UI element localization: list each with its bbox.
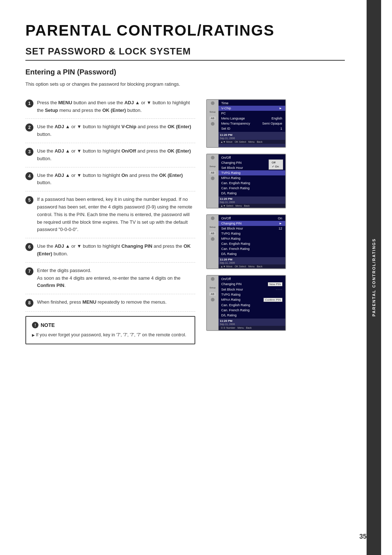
tv-menu3-tvpg: TVPG Rating bbox=[219, 231, 285, 236]
tv-menu3-onoff: On/OffOn bbox=[219, 216, 285, 221]
page-title: PARENTAL CONTROL/RATINGS bbox=[25, 22, 345, 39]
tv-screen-1: Setup AB Time V-Chip► bbox=[206, 99, 286, 148]
tv-menu4-pin: Changing PIN New PIN bbox=[219, 281, 285, 287]
tv-menu4-onoff: On/Off bbox=[219, 276, 285, 281]
tv-menu2-caen: Can. English Rating bbox=[219, 181, 285, 186]
tv-ch-btn-2 bbox=[211, 177, 215, 180]
tv-left-strip-4: Setup AB bbox=[207, 276, 219, 330]
tv-menu4-mpaa: MPAA Rating Confirm PIN bbox=[219, 297, 285, 303]
step-3: 3 Use the ADJ ▲ or ▼ button to highlight… bbox=[25, 147, 195, 167]
tv-menu4-dl: D/L Rating bbox=[219, 313, 285, 318]
tv-left-strip-1: Setup AB bbox=[207, 100, 219, 147]
tv-menu-1: Time V-Chip► PC Menu LanguageEnglish bbox=[219, 100, 285, 132]
tv-screens-column: Setup AB Time V-Chip► bbox=[206, 99, 345, 344]
note-icon: ! bbox=[32, 322, 38, 328]
intro-text: This option sets up or changes the passw… bbox=[25, 81, 345, 88]
tv-power-btn-4 bbox=[211, 277, 215, 281]
tv-menu4-cafr: Can. French Rating bbox=[219, 308, 285, 313]
tv-menu3-pin: Changing PIN► bbox=[219, 221, 285, 226]
tv-menu4-block: Set Block Hour - - - - bbox=[219, 287, 285, 292]
page-number: 35 bbox=[359, 533, 367, 540]
step-number-4: 4 bbox=[25, 172, 33, 180]
tv-screen-area-4: On/Off Changing PIN New PIN Set Block Ho… bbox=[219, 276, 285, 330]
subsection-title: Entering a PIN (Password) bbox=[25, 68, 345, 76]
tv-nav-3: ▲▼ MoveOK SelectMenuBack bbox=[219, 264, 285, 268]
tv-menu4-tvpg: TVPG Rating bbox=[219, 292, 285, 297]
page-container: PARENTAL CONTROL/RATINGS SET PASSWORD & … bbox=[0, 0, 392, 555]
tv-screen-2: Setup AB On/Off Changing PIN Set Block H… bbox=[206, 154, 286, 208]
step-number-5: 5 bbox=[25, 196, 33, 204]
tv-power-btn-1 bbox=[211, 101, 215, 105]
tv-menu2-tvpg: TVPG Rating bbox=[219, 170, 285, 175]
tv-nav-1: ▲▼ MoveOK SelectMenuBack bbox=[219, 140, 285, 144]
tv-screen-area-3: On/OffOn Changing PIN► Set Block Hour12 … bbox=[219, 215, 285, 268]
step-text-4: Use the ADJ ▲ or ▼ button to highlight O… bbox=[37, 172, 195, 187]
tv-menu3-mpaa: MPAA Rating bbox=[219, 236, 285, 241]
tv-menu2-cafr: Can. French Rating bbox=[219, 186, 285, 191]
step-number-3: 3 bbox=[25, 148, 33, 156]
note-text: If you ever forget your password, key in… bbox=[32, 331, 189, 339]
step-number-7: 7 bbox=[25, 267, 33, 275]
step-number-1: 1 bbox=[25, 100, 33, 108]
step-1: 1 Press the MENU button and then use the… bbox=[25, 99, 195, 119]
step-number-2: 2 bbox=[25, 123, 33, 131]
tv-menu3-cafr: Can. French Rating bbox=[219, 246, 285, 251]
step-7: 7 Enter the digits password. As soon as … bbox=[25, 267, 195, 294]
step-number-8: 8 bbox=[25, 299, 33, 307]
tv-menu-3: On/OffOn Changing PIN► Set Block Hour12 … bbox=[219, 215, 285, 257]
section-title: SET PASSWORD & LOCK SYSTEM bbox=[25, 46, 345, 61]
steps-column: 1 Press the MENU button and then use the… bbox=[25, 99, 195, 344]
tv-menu-pc: PC bbox=[219, 111, 285, 116]
step-text-6: Use the ADJ ▲ or ▼ button to highlight C… bbox=[37, 243, 195, 258]
tv-menu2-dl: D/L Rating bbox=[219, 191, 285, 196]
side-tab-text: PARENTAL CONTROL/RATINGS bbox=[372, 238, 376, 316]
popup-2: Off ✓On bbox=[269, 159, 283, 170]
tv-power-btn-2 bbox=[211, 156, 215, 159]
tv-menu4-caen: Can. English Rating bbox=[219, 303, 285, 308]
step-5: 5 If a password has been entered, key it… bbox=[25, 196, 195, 238]
tv-menu-lang: Menu LanguageEnglish bbox=[219, 116, 285, 121]
step-2: 2 Use the ADJ ▲ or ▼ button to highlight… bbox=[25, 123, 195, 143]
side-tab: PARENTAL CONTROL/RATINGS bbox=[367, 0, 381, 555]
tv-ch-btn-3 bbox=[211, 237, 215, 241]
step-text-8: When finished, press MENU repeatedly to … bbox=[37, 299, 167, 306]
step-6: 6 Use the ADJ ▲ or ▼ button to highlight… bbox=[25, 243, 195, 263]
tv-menu3-dl: D/L Rating bbox=[219, 251, 285, 256]
note-title: ! NOTE bbox=[32, 322, 189, 328]
step-text-5: If a password has been entered, key it i… bbox=[37, 196, 195, 234]
tv-screen-area-1: Time V-Chip► PC Menu LanguageEnglish bbox=[219, 100, 285, 147]
step-text-7: Enter the digits password. As soon as th… bbox=[37, 267, 195, 289]
note-box: ! NOTE If you ever forget your password,… bbox=[25, 316, 195, 344]
tv-screen-area-2: On/Off Changing PIN Set Block Hour TVPG … bbox=[219, 154, 285, 208]
step-8: 8 When finished, press MENU repeatedly t… bbox=[25, 299, 195, 312]
tv-left-strip-3: Setup AB bbox=[207, 215, 219, 268]
tv-nav-4: ① ② NumberMenuBack bbox=[219, 326, 285, 330]
two-column-layout: 1 Press the MENU button and then use the… bbox=[25, 99, 345, 344]
tv-menu3-caen: Can. English Rating bbox=[219, 241, 285, 246]
step-text-1: Press the MENU button and then use the A… bbox=[37, 99, 195, 114]
tv-ch-btn-4 bbox=[211, 298, 215, 301]
step-text-3: Use the ADJ ▲ or ▼ button to highlight O… bbox=[37, 147, 195, 163]
step-4: 4 Use the ADJ ▲ or ▼ button to highlight… bbox=[25, 172, 195, 192]
tv-ch-btn-1 bbox=[211, 122, 215, 126]
tv-menu-setid: Set ID1 bbox=[219, 126, 285, 131]
tv-menu-time: Time bbox=[219, 101, 285, 106]
tv-left-strip-2: Setup AB bbox=[207, 154, 219, 208]
tv-menu-4: On/Off Changing PIN New PIN Set Block Ho… bbox=[219, 276, 285, 319]
step-text-2: Use the ADJ ▲ or ▼ button to highlight V… bbox=[37, 123, 195, 138]
tv-menu-trans: Menu TransparencySemi Opaque bbox=[219, 121, 285, 126]
tv-power-btn-3 bbox=[211, 216, 215, 220]
tv-menu-vchip: V-Chip► bbox=[219, 106, 285, 111]
main-content: PARENTAL CONTROL/RATINGS SET PASSWORD & … bbox=[0, 0, 367, 555]
tv-screen-4: Setup AB On/Off Changing PIN New PIN bbox=[206, 275, 286, 331]
tv-menu2-mpaa: MPAA Rating bbox=[219, 175, 285, 181]
tv-menu3-block: Set Block Hour12 bbox=[219, 226, 285, 231]
tv-nav-2: ▲▼ SelectMenuBack bbox=[219, 204, 285, 208]
step-number-6: 6 bbox=[25, 243, 33, 251]
tv-screen-3: Setup AB On/OffOn Changing PIN► Set Bloc… bbox=[206, 214, 286, 269]
